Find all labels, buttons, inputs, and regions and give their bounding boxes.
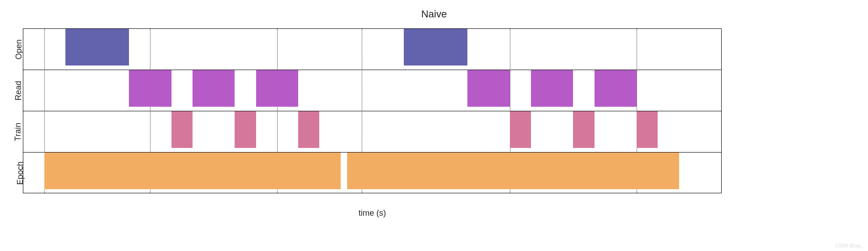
row-label: Train (13, 122, 23, 141)
bar-read (193, 70, 235, 107)
chart-title: Naive (0, 0, 868, 25)
plot-area: OpenReadTrainEpoch (23, 28, 722, 193)
x-axis-label: time (s) (359, 208, 386, 218)
row-label: Epoch (16, 161, 25, 185)
row-label: Open (14, 39, 24, 59)
bar-epoch (347, 153, 679, 189)
bar-open (404, 29, 467, 65)
bar-read (256, 70, 298, 107)
bar-read (129, 70, 171, 107)
chart-row-epoch: Epoch (23, 153, 721, 194)
bar-open (65, 29, 129, 65)
bar-read (531, 70, 573, 107)
bar-train (298, 111, 319, 148)
chart-row-open: Open (23, 29, 721, 70)
watermark: CSDN @csp_ (835, 243, 863, 248)
bar-train (637, 111, 658, 148)
bar-epoch (44, 153, 340, 189)
bar-read (595, 70, 637, 107)
chart-row-train: Train (23, 111, 721, 153)
chart-container: OpenReadTrainEpoch time (s) (23, 28, 722, 193)
bar-read (467, 70, 509, 107)
chart-row-read: Read (23, 70, 721, 111)
bar-train (573, 111, 594, 148)
bar-train (510, 111, 531, 148)
row-label: Read (14, 81, 23, 100)
bar-train (235, 111, 256, 148)
bar-train (171, 111, 193, 148)
